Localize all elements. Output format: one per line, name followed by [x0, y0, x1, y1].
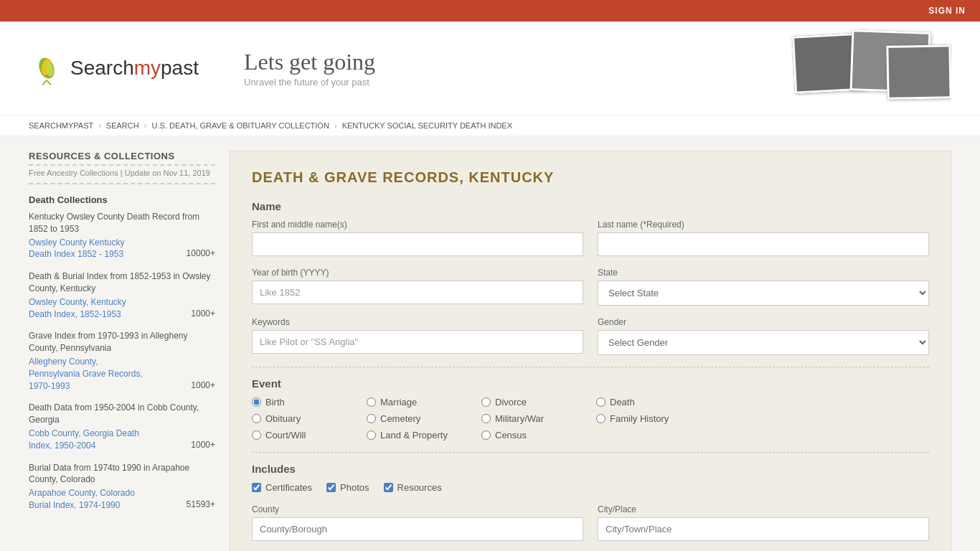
breadcrumb-home[interactable]: SEARCHMYPAST — [29, 121, 93, 130]
include-photos-label: Photos — [340, 482, 369, 493]
include-certificates-checkbox[interactable] — [252, 483, 261, 492]
sidebar-item-3-link[interactable]: Cobb County, Georgia DeathIndex, 1950-20… — [29, 428, 139, 451]
sidebar-item-0-desc: Kentucky Owsley County Death Record from… — [29, 211, 215, 235]
divider-2 — [252, 452, 929, 453]
event-land-label: Land & Property — [380, 430, 448, 441]
sidebar-item-0-count: 10000+ — [187, 248, 215, 258]
include-photos[interactable]: Photos — [326, 482, 369, 493]
include-certificates[interactable]: Certificates — [252, 482, 312, 493]
first-name-input[interactable] — [252, 232, 583, 256]
checkbox-row: Certificates Photos Resources — [252, 482, 929, 493]
event-birth-radio[interactable] — [252, 397, 261, 407]
year-group: Year of birth (YYYY) — [252, 268, 583, 306]
keywords-gender-row: Keywords Gender Select Gender Male Femal… — [252, 317, 929, 355]
event-census[interactable]: Census — [481, 430, 596, 441]
event-divorce-radio[interactable] — [481, 397, 491, 407]
gender-select[interactable]: Select Gender Male Female — [598, 330, 929, 355]
city-group: City/Place — [598, 504, 929, 541]
signin-link[interactable]: SIGN IN — [928, 6, 966, 16]
city-label: City/Place — [598, 504, 929, 514]
header: Searchmypast Lets get going Unravel the … — [0, 22, 980, 116]
breadcrumb-search[interactable]: SEARCH — [106, 121, 139, 130]
event-birth[interactable]: Birth — [252, 397, 367, 408]
event-section: Event Birth Marriage Divorce Death — [252, 377, 929, 441]
event-marriage[interactable]: Marriage — [367, 397, 481, 408]
event-family-history-radio[interactable] — [596, 414, 606, 423]
sidebar-item-1: Death & Burial Index from 1852-1953 in O… — [29, 270, 215, 320]
city-input[interactable] — [598, 517, 929, 541]
breadcrumb-collection[interactable]: U.S. DEATH, GRAVE & OBITUARY COLLECTION — [152, 121, 329, 130]
event-grid: Birth Marriage Divorce Death Obituary — [252, 397, 929, 441]
sidebar-section-title: RESOURCES & COLLECTIONS — [29, 151, 215, 166]
event-divorce-label: Divorce — [495, 397, 527, 408]
county-group: County — [252, 504, 583, 541]
keywords-label: Keywords — [252, 317, 583, 327]
sidebar-item-3-desc: Death Data from 1950-2004 in Cobb County… — [29, 402, 215, 426]
sidebar-item-1-link[interactable]: Owsley County, KentuckyDeath Index, 1852… — [29, 297, 126, 319]
include-resources-label: Resources — [397, 482, 442, 493]
sidebar-item-2-link[interactable]: Allegheny County,Pennsylvania Grave Reco… — [29, 357, 143, 391]
event-military-label: Military/War — [495, 413, 544, 424]
sidebar: RESOURCES & COLLECTIONS Free Ancestry Co… — [29, 151, 215, 551]
county-label: County — [252, 504, 583, 514]
event-marriage-label: Marriage — [380, 397, 417, 408]
event-obituary-label: Obituary — [265, 413, 301, 424]
event-cemetery[interactable]: Cemetery — [367, 413, 481, 424]
state-group: State Select State Alabama Alaska Arizon… — [598, 268, 929, 306]
year-state-row: Year of birth (YYYY) State Select State … — [252, 268, 929, 306]
event-family-history[interactable]: Family History — [596, 413, 711, 424]
last-name-label: Last name (*Required) — [598, 220, 929, 230]
event-obituary-radio[interactable] — [252, 414, 261, 423]
event-cemetery-label: Cemetery — [380, 413, 420, 424]
includes-section: Includes Certificates Photos Resources — [252, 463, 929, 493]
year-input[interactable] — [252, 281, 583, 304]
first-name-group: First and middle name(s) — [252, 220, 583, 256]
include-resources-checkbox[interactable] — [384, 483, 393, 492]
event-military[interactable]: Military/War — [481, 413, 596, 424]
event-death[interactable]: Death — [596, 397, 711, 408]
include-certificates-label: Certificates — [265, 482, 312, 493]
sidebar-item-2-count: 1000+ — [191, 380, 215, 390]
event-marriage-radio[interactable] — [367, 397, 376, 407]
event-court[interactable]: Court/Will — [252, 430, 367, 441]
logo-icon — [29, 50, 65, 86]
location-row: County City/Place — [252, 504, 929, 541]
form-panel: DEATH & GRAVE RECORDS, KENTUCKY Name Fir… — [230, 151, 951, 551]
county-input[interactable] — [252, 517, 583, 541]
sidebar-subtitle: Free Ancestry Collections | Update on No… — [29, 169, 215, 184]
header-tagline: Lets get going Unravel the future of you… — [215, 49, 786, 88]
event-cemetery-radio[interactable] — [367, 414, 376, 423]
sidebar-item-1-count: 1000+ — [191, 309, 215, 319]
event-census-radio[interactable] — [481, 430, 491, 440]
first-name-label: First and middle name(s) — [252, 220, 583, 230]
event-birth-label: Birth — [265, 397, 285, 408]
sidebar-item-4-link[interactable]: Arapahoe County, ColoradoBurial Index, 1… — [29, 488, 135, 510]
main-layout: RESOURCES & COLLECTIONS Free Ancestry Co… — [0, 136, 980, 551]
keywords-input[interactable] — [252, 330, 583, 354]
event-military-radio[interactable] — [481, 414, 491, 423]
include-resources[interactable]: Resources — [384, 482, 442, 493]
sidebar-item-0-link[interactable]: Owsley County Kentucky Death Index 1852 … — [29, 237, 124, 260]
event-divorce[interactable]: Divorce — [481, 397, 596, 408]
last-name-input[interactable] — [598, 232, 929, 256]
breadcrumb-sep3: › — [334, 121, 337, 130]
event-land-radio[interactable] — [367, 430, 376, 440]
includes-section-label: Includes — [252, 463, 929, 475]
sidebar-item-4-count: 51593+ — [187, 499, 215, 509]
include-photos-checkbox[interactable] — [326, 483, 336, 492]
event-death-radio[interactable] — [596, 397, 606, 407]
breadcrumb-current[interactable]: KENTUCKY SOCIAL SECURITY DEATH INDEX — [342, 121, 512, 130]
event-obituary[interactable]: Obituary — [252, 413, 367, 424]
svg-line-4 — [47, 80, 51, 85]
photo3 — [886, 44, 951, 100]
header-title: Lets get going — [244, 49, 786, 75]
sidebar-category: Death Collections — [29, 194, 215, 205]
gender-group: Gender Select Gender Male Female — [598, 317, 929, 355]
event-section-label: Event — [252, 377, 929, 390]
state-select[interactable]: Select State Alabama Alaska Arizona Arka… — [598, 281, 929, 306]
event-court-radio[interactable] — [252, 430, 261, 440]
sidebar-item-0: Kentucky Owsley County Death Record from… — [29, 211, 215, 260]
sidebar-item-2: Grave Index from 1970-1993 in Allegheny … — [29, 330, 215, 392]
event-land[interactable]: Land & Property — [367, 430, 481, 441]
year-label: Year of birth (YYYY) — [252, 268, 583, 278]
